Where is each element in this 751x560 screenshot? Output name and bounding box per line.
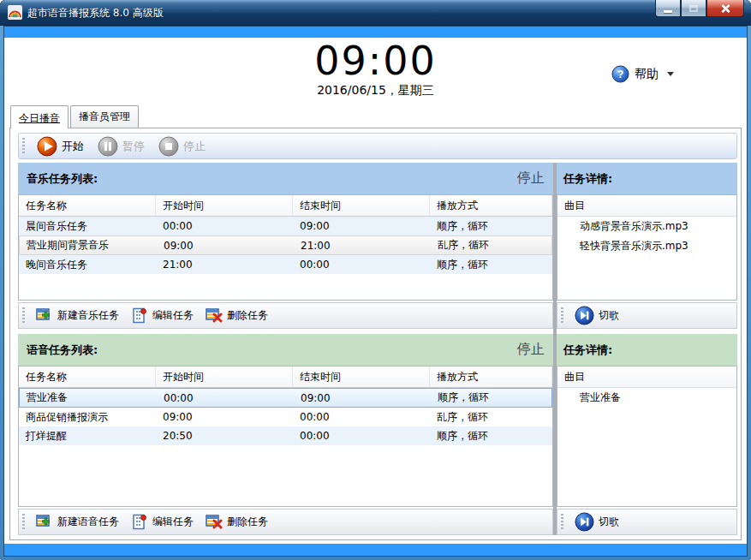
voice-table-header: 任务名称 开始时间 结束时间 播放方式 bbox=[19, 366, 552, 388]
cell-start-time: 09:00 bbox=[156, 408, 293, 426]
voice-section-title: 语音任务列表: bbox=[27, 343, 98, 358]
voice-task-table: 任务名称 开始时间 结束时间 播放方式 营业准备 00:00 09:00 顺序，… bbox=[18, 366, 553, 507]
toolbar-gripper[interactable] bbox=[22, 138, 25, 155]
voice-skip-toolbar: 切歌 bbox=[557, 509, 737, 535]
close-button[interactable] bbox=[706, 0, 744, 17]
music-skip-song-button[interactable]: 切歌 bbox=[569, 304, 625, 327]
transport-toolbar: 开始 暂停 停止 bbox=[18, 133, 737, 159]
clock-area: 09:00 2016/06/15，星期三 ? 帮助 bbox=[4, 38, 747, 104]
music-status: 停止 bbox=[517, 170, 545, 188]
skip-next-circle-icon bbox=[575, 306, 594, 325]
cell-play-mode: 顺序，循环 bbox=[430, 426, 552, 445]
column-header-play-mode[interactable]: 播放方式 bbox=[430, 195, 552, 216]
playlist-item[interactable]: 轻快背景音乐演示.mp3 bbox=[557, 236, 736, 256]
stop-circle-icon bbox=[158, 136, 179, 157]
table-plus-icon bbox=[36, 514, 53, 531]
cell-play-mode: 顺序，循环 bbox=[431, 389, 551, 407]
help-button[interactable]: ? 帮助 bbox=[611, 65, 674, 83]
voice-details-title: 任务详情: bbox=[563, 343, 612, 358]
music-task-row[interactable]: 晨间音乐任务 00:00 09:00 顺序，循环 bbox=[19, 217, 552, 235]
music-details-title: 任务详情: bbox=[563, 171, 612, 187]
new-music-task-button[interactable]: 新建音乐任务 bbox=[30, 306, 125, 326]
app-rainbow-icon bbox=[8, 5, 22, 20]
help-label: 帮助 bbox=[635, 67, 659, 82]
list-edit-icon bbox=[131, 514, 148, 531]
cell-start-time: 20:50 bbox=[156, 426, 293, 445]
cell-task-name: 打烊提醒 bbox=[19, 426, 156, 445]
start-button[interactable]: 开始 bbox=[30, 134, 91, 158]
voice-skip-song-button[interactable]: 切歌 bbox=[569, 510, 625, 533]
cell-end-time: 00:00 bbox=[293, 408, 430, 426]
tab-today-broadcast[interactable]: 今日播音 bbox=[10, 105, 69, 128]
voice-status: 停止 bbox=[517, 341, 545, 359]
pause-button[interactable]: 暂停 bbox=[91, 134, 152, 158]
pause-circle-icon bbox=[98, 136, 118, 157]
voice-task-row-selected[interactable]: 营业准备 00:00 09:00 顺序，循环 bbox=[19, 388, 552, 408]
toolbar-gripper[interactable] bbox=[561, 307, 563, 325]
cell-task-name: 营业准备 bbox=[20, 389, 157, 407]
voice-task-row[interactable]: 商品促销播报演示 09:00 00:00 乱序，循环 bbox=[19, 408, 552, 426]
tab-strip: 今日播音 播音员管理 bbox=[4, 104, 747, 128]
column-header-start-time[interactable]: 开始时间 bbox=[156, 195, 293, 216]
delete-voice-task-button[interactable]: 删除任务 bbox=[200, 512, 274, 533]
cell-end-time: 21:00 bbox=[294, 236, 431, 254]
cell-play-mode: 顺序，循环 bbox=[430, 217, 552, 235]
minimize-button[interactable] bbox=[655, 0, 681, 17]
toolbar-gripper[interactable] bbox=[22, 514, 25, 531]
music-buttons-toolbar: 新建音乐任务 编辑任务 bbox=[18, 302, 553, 329]
music-skip-toolbar: 切歌 bbox=[557, 302, 737, 329]
column-header-end-time[interactable]: 结束时间 bbox=[293, 366, 430, 387]
help-icon: ? bbox=[611, 65, 629, 83]
close-icon bbox=[720, 3, 730, 14]
music-section-header: 音乐任务列表: 停止 bbox=[18, 163, 553, 194]
playlist-item[interactable]: 营业准备 bbox=[557, 388, 736, 408]
maximize-button[interactable] bbox=[681, 0, 706, 17]
column-header-start-time[interactable]: 开始时间 bbox=[156, 366, 293, 387]
cell-end-time: 00:00 bbox=[293, 426, 430, 445]
app-window: 超市语音播报系统 8.0 高级版 09:00 2016/06/15，星期三 ? bbox=[0, 0, 751, 560]
play-circle-icon bbox=[37, 136, 57, 157]
delete-music-task-button[interactable]: 删除任务 bbox=[200, 306, 274, 326]
voice-task-row[interactable]: 打烊提醒 20:50 00:00 顺序，循环 bbox=[19, 426, 552, 445]
cell-task-name: 商品促销播报演示 bbox=[19, 408, 156, 426]
window-frame: 09:00 2016/06/15，星期三 ? 帮助 今日播音 bbox=[0, 26, 751, 560]
new-voice-task-button[interactable]: 新建语音任务 bbox=[30, 512, 125, 533]
voice-details-header: 任务详情: bbox=[557, 334, 737, 366]
column-header-task-name[interactable]: 任务名称 bbox=[19, 366, 156, 387]
voice-playlist-header[interactable]: 曲目 bbox=[557, 366, 736, 388]
table-delete-icon bbox=[206, 307, 223, 325]
stop-button[interactable]: 停止 bbox=[152, 134, 212, 158]
tab-page-today: 开始 暂停 停止 bbox=[9, 128, 742, 540]
chevron-down-icon bbox=[667, 72, 674, 76]
cell-end-time: 09:00 bbox=[294, 389, 431, 407]
list-edit-icon bbox=[131, 307, 148, 325]
cell-play-mode: 顺序，循环 bbox=[430, 255, 552, 274]
column-header-task-name[interactable]: 任务名称 bbox=[19, 195, 156, 216]
music-details-header: 任务详情: bbox=[557, 163, 737, 194]
cell-task-name: 营业期间背景音乐 bbox=[20, 236, 157, 254]
playlist-item[interactable]: 动感背景音乐演示.mp3 bbox=[557, 217, 736, 236]
toolbar-gripper[interactable] bbox=[561, 514, 563, 531]
cell-task-name: 晨间音乐任务 bbox=[19, 217, 156, 235]
column-header-play-mode[interactable]: 播放方式 bbox=[430, 366, 552, 387]
music-task-row-selected[interactable]: 营业期间背景音乐 09:00 21:00 乱序，循环 bbox=[19, 235, 552, 255]
top-accent-strip bbox=[4, 27, 747, 38]
tab-announcer-management[interactable]: 播音员管理 bbox=[70, 105, 139, 128]
title-bar[interactable]: 超市语音播报系统 8.0 高级版 bbox=[0, 0, 751, 26]
maximize-icon bbox=[689, 5, 698, 12]
table-delete-icon bbox=[206, 514, 223, 531]
toolbar-gripper[interactable] bbox=[22, 307, 25, 325]
bottom-accent-strip bbox=[4, 544, 747, 556]
voice-section-header: 语音任务列表: 停止 bbox=[18, 334, 553, 366]
edit-voice-task-button[interactable]: 编辑任务 bbox=[125, 512, 200, 533]
cell-start-time: 00:00 bbox=[157, 389, 294, 407]
column-header-end-time[interactable]: 结束时间 bbox=[293, 195, 430, 216]
cell-end-time: 09:00 bbox=[293, 217, 430, 235]
music-section-title: 音乐任务列表: bbox=[27, 171, 98, 187]
edit-music-task-button[interactable]: 编辑任务 bbox=[125, 306, 200, 326]
music-task-row[interactable]: 晚间音乐任务 21:00 00:00 顺序，循环 bbox=[19, 255, 552, 274]
music-task-table: 任务名称 开始时间 结束时间 播放方式 晨间音乐任务 00:00 09:00 顺… bbox=[18, 194, 553, 301]
voice-buttons-toolbar: 新建语音任务 编辑任务 bbox=[18, 509, 553, 535]
voice-playlist-panel: 曲目 营业准备 bbox=[557, 366, 737, 507]
music-playlist-header[interactable]: 曲目 bbox=[557, 195, 736, 217]
